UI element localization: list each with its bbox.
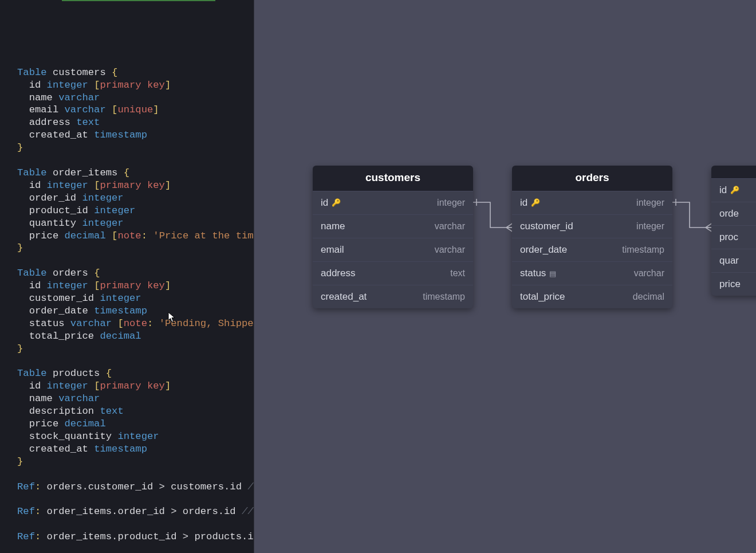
db-column-row[interactable]: id🔑integer bbox=[512, 191, 672, 214]
db-table-title: orders bbox=[512, 166, 672, 191]
db-table-title: customers bbox=[313, 166, 473, 191]
db-column-name: status▤ bbox=[520, 268, 556, 279]
primary-key-icon: 🔑 bbox=[332, 198, 341, 207]
db-column-name: id🔑 bbox=[520, 197, 540, 209]
db-column-name: price bbox=[719, 279, 741, 290]
db-column-type: timestamp bbox=[622, 245, 664, 255]
db-column-row[interactable]: id🔑integer bbox=[313, 191, 473, 214]
db-column-row[interactable]: status▤varchar bbox=[512, 261, 672, 285]
db-column-name: name bbox=[321, 221, 345, 232]
code-editor[interactable]: Table customers { id integer [primary ke… bbox=[0, 0, 254, 553]
tab-underline bbox=[62, 0, 215, 1]
db-column-type: integer bbox=[437, 198, 465, 208]
db-column-name: id🔑 bbox=[719, 185, 739, 196]
db-column-type: integer bbox=[636, 198, 664, 208]
primary-key-icon: 🔑 bbox=[531, 198, 540, 207]
db-column-name: proc bbox=[719, 232, 738, 243]
db-column-row[interactable]: proc bbox=[711, 225, 756, 249]
db-column-type: varchar bbox=[435, 245, 465, 255]
db-column-type: timestamp bbox=[423, 292, 465, 302]
note-icon: ▤ bbox=[549, 269, 556, 278]
db-column-type: varchar bbox=[435, 221, 465, 232]
db-column-row[interactable]: created_attimestamp bbox=[313, 285, 473, 308]
db-column-name: orde bbox=[719, 208, 739, 219]
db-column-row[interactable]: id🔑integer bbox=[711, 178, 756, 202]
code-body: Table customers { id integer [primary ke… bbox=[17, 66, 254, 553]
db-column-type: text bbox=[450, 268, 465, 279]
db-column-row[interactable]: quar bbox=[711, 249, 756, 272]
db-column-name: quar bbox=[719, 255, 739, 266]
db-column-row[interactable]: order_datetimestamp bbox=[512, 238, 672, 261]
db-column-row[interactable]: orde bbox=[711, 202, 756, 225]
db-table-title bbox=[711, 166, 756, 178]
relation-orders-orderitems bbox=[672, 195, 712, 241]
db-column-row[interactable]: total_pricedecimal bbox=[512, 285, 672, 308]
db-column-name: customer_id bbox=[520, 221, 573, 232]
db-column-name: email bbox=[321, 244, 344, 256]
primary-key-icon: 🔑 bbox=[730, 186, 739, 194]
db-column-row[interactable]: addresstext bbox=[313, 261, 473, 285]
db-column-type: varchar bbox=[634, 268, 664, 279]
db-column-type: decimal bbox=[633, 292, 664, 302]
db-column-name: order_date bbox=[520, 244, 567, 256]
db-column-name: id🔑 bbox=[321, 197, 341, 209]
db-table-customers[interactable]: customersid🔑integernamevarcharemailvarch… bbox=[313, 166, 473, 308]
db-column-name: total_price bbox=[520, 291, 565, 303]
db-column-row[interactable]: price bbox=[711, 272, 756, 296]
diagram-canvas[interactable]: customersid🔑integernamevarcharemailvarch… bbox=[254, 0, 756, 553]
db-column-name: address bbox=[321, 268, 355, 279]
db-column-type: integer bbox=[636, 221, 664, 232]
relation-customers-orders bbox=[473, 195, 513, 241]
db-table-order_items[interactable]: id🔑integerordeprocquarprice bbox=[711, 166, 756, 296]
db-table-orders[interactable]: ordersid🔑integercustomer_idintegerorder_… bbox=[512, 166, 672, 308]
db-column-row[interactable]: customer_idinteger bbox=[512, 214, 672, 238]
db-column-name: created_at bbox=[321, 291, 367, 303]
db-column-row[interactable]: namevarchar bbox=[313, 214, 473, 238]
db-column-row[interactable]: emailvarchar bbox=[313, 238, 473, 261]
